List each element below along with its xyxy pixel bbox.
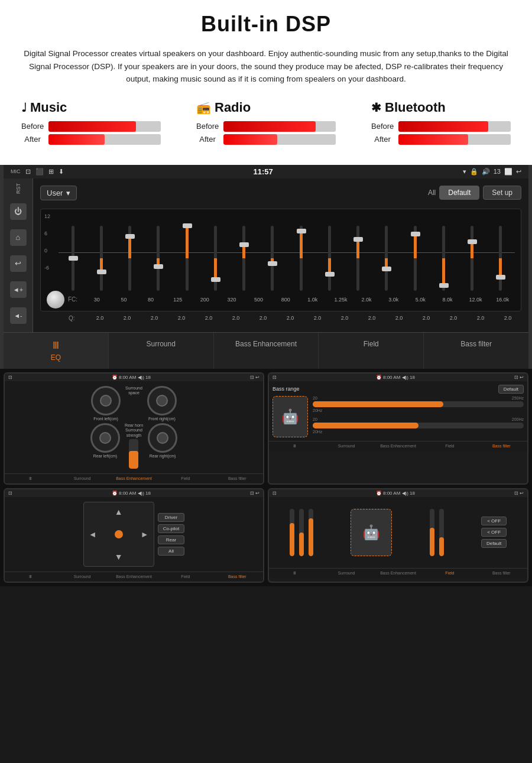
strength-slider[interactable] [129, 439, 138, 469]
bass-range-labels-2: 20 200Hz [313, 417, 524, 421]
bass-default-btn[interactable]: Default [498, 385, 524, 394]
field-center-dot[interactable] [115, 530, 123, 538]
eq-band-125[interactable] [153, 226, 164, 291]
mini-tab-eq-3[interactable]: Ⅲ [5, 572, 56, 582]
eq-band-thumb-50[interactable] [97, 270, 106, 274]
front-right-label: Front right(cm) [148, 417, 176, 421]
user-select[interactable]: User ▾ [40, 186, 77, 200]
eq-band-800[interactable] [267, 226, 278, 291]
setup-button[interactable]: Set up [483, 186, 521, 200]
eq-band-16.0k[interactable] [495, 226, 506, 291]
off-btn-1[interactable]: < OFF [481, 517, 507, 525]
mini-tab-field-1[interactable]: Field [160, 474, 211, 483]
mini-tab-eq-2[interactable]: Ⅲ [269, 441, 320, 451]
bass-track-2[interactable] [313, 423, 524, 428]
eq-band-thumb-1.25k[interactable] [325, 272, 335, 277]
mini-tab-field-2[interactable]: Field [424, 441, 475, 451]
mini-tab-bass-2[interactable]: Bass Enhancement [372, 441, 424, 451]
eq-band-thumb-80[interactable] [125, 234, 135, 239]
bluetooth-after-fill [398, 134, 468, 145]
default-button[interactable]: Default [439, 186, 479, 200]
rear-right-circle[interactable] [148, 423, 177, 453]
tab-bass-filter[interactable]: Bass filter [424, 333, 528, 369]
mini-tab-bassfilter-1[interactable]: Bass filter [212, 474, 263, 483]
tab-surround[interactable]: Surround [109, 333, 214, 369]
music-before-track [48, 121, 161, 132]
q-value-30: 2.0 [95, 315, 105, 321]
fc-values: 3050801252003205008001.0k1.25k2.0k3.0k5.… [83, 297, 515, 303]
mini-tab-bass-1[interactable]: Bass Enhancement [108, 474, 160, 483]
mini-tab-bass-4[interactable]: Bass Enhancement [372, 569, 424, 578]
eq-band-thumb-8.0k[interactable] [439, 283, 449, 288]
front-right-circle[interactable] [147, 386, 177, 415]
strength-fill [129, 451, 138, 469]
eq-band-thumb-5.0k[interactable] [411, 232, 420, 236]
vol-down-icon[interactable]: ◄- [10, 307, 27, 324]
field-btn-rear[interactable]: Rear [158, 535, 185, 544]
eq-band-thumb-16.0k[interactable] [496, 275, 505, 280]
eq-band-thumb-200[interactable] [183, 223, 192, 228]
eq-band-30[interactable] [67, 226, 78, 291]
dsp-outer-frame: MIC ⊡ ⬛ ⊞ ⬇ 11:57 ▾ 🔒 🔊 13 ⬜ ↩ RST ⏻ [0, 165, 532, 369]
tab-field[interactable]: Field [319, 333, 424, 369]
mini-tab-surround-4[interactable]: Surround [320, 569, 372, 578]
eq-band-thumb-30[interactable] [69, 256, 78, 261]
eq-band-5.0k[interactable] [410, 226, 420, 291]
eq-band-thumb-800[interactable] [268, 261, 277, 266]
mini-tab-field-3[interactable]: Field [160, 572, 211, 582]
bass-min-1: 20 [313, 396, 317, 400]
vol-up-icon[interactable]: ◄+ [10, 281, 27, 298]
mini-tab-bassfilter-4[interactable]: Bass filter [476, 569, 527, 578]
mini-tab-bass-3[interactable]: Bass Enhancement [108, 572, 160, 582]
field-btn-all[interactable]: All [158, 547, 185, 556]
eq-band-2.0k[interactable] [353, 226, 364, 291]
field-btn-driver[interactable]: Driver [158, 513, 185, 522]
field-btn-copilot[interactable]: Co-pilot [158, 524, 185, 533]
mini-tab-bassfilter-2[interactable]: Bass filter [476, 441, 527, 451]
eq-band-500[interactable] [239, 226, 249, 291]
eq-band-80[interactable] [125, 226, 135, 291]
mini-tab-surround-2[interactable]: Surround [320, 441, 372, 451]
mini-tab-bassfilter-3[interactable]: Bass filter [212, 572, 263, 582]
vert-track-4[interactable] [430, 509, 434, 556]
tab-bass-enhancement[interactable]: Bass Enhancement [214, 333, 319, 369]
vert-track-1[interactable] [290, 509, 294, 556]
eq-band-thumb-12.0k[interactable] [468, 239, 477, 244]
eq-band-thumb-1.0k[interactable] [297, 229, 306, 233]
vert-track-3[interactable] [309, 509, 313, 556]
eq-knob[interactable] [47, 291, 64, 309]
tab-eq[interactable]: Ⅲ EQ [4, 333, 109, 369]
eq-band-320[interactable] [210, 226, 220, 291]
mini-tab-eq-4[interactable]: Ⅲ [269, 569, 320, 578]
eq-band-1.0k[interactable] [296, 226, 306, 291]
eq-band-200[interactable] [181, 226, 192, 291]
eq-band-8.0k[interactable] [438, 226, 449, 291]
bass-track-1[interactable] [313, 401, 524, 407]
eq-band-1.25k[interactable] [324, 226, 335, 291]
mini-tab-eq-1[interactable]: Ⅲ [5, 474, 56, 483]
default-btn-4[interactable]: Default [481, 539, 507, 548]
home-sidebar-icon[interactable]: ⌂ [10, 229, 27, 246]
vert-fill-2 [299, 533, 304, 556]
power-icon[interactable]: ⏻ [10, 203, 27, 220]
eq-band-3.0k[interactable] [381, 226, 392, 291]
vert-track-2[interactable] [299, 509, 304, 556]
eq-band-12.0k[interactable] [467, 226, 478, 291]
eq-band-thumb-125[interactable] [154, 264, 163, 269]
eq-band-thumb-320[interactable] [211, 277, 220, 282]
eq-band-thumb-500[interactable] [239, 242, 249, 247]
front-left-circle[interactable] [91, 386, 121, 415]
off-btn-2[interactable]: < OFF [481, 528, 507, 537]
eq-band-50[interactable] [96, 226, 106, 291]
eq-band-thumb-2.0k[interactable] [353, 237, 363, 242]
dsp-body: RST ⏻ ⌂ ↩ ◄+ ◄- User ▾ All Default [4, 178, 528, 332]
mini-tab-surround-1[interactable]: Surround [56, 474, 108, 483]
back-sidebar-icon[interactable]: ↩ [10, 255, 27, 272]
mini-tab-surround-3[interactable]: Surround [56, 572, 108, 582]
bluetooth-before-row: Before [371, 121, 511, 132]
eq-band-thumb-3.0k[interactable] [382, 267, 391, 271]
mini-tab-field-4[interactable]: Field [424, 569, 475, 578]
before-label-music: Before [21, 122, 44, 131]
vert-track-5[interactable] [439, 509, 444, 556]
rear-left-circle[interactable] [90, 423, 120, 453]
